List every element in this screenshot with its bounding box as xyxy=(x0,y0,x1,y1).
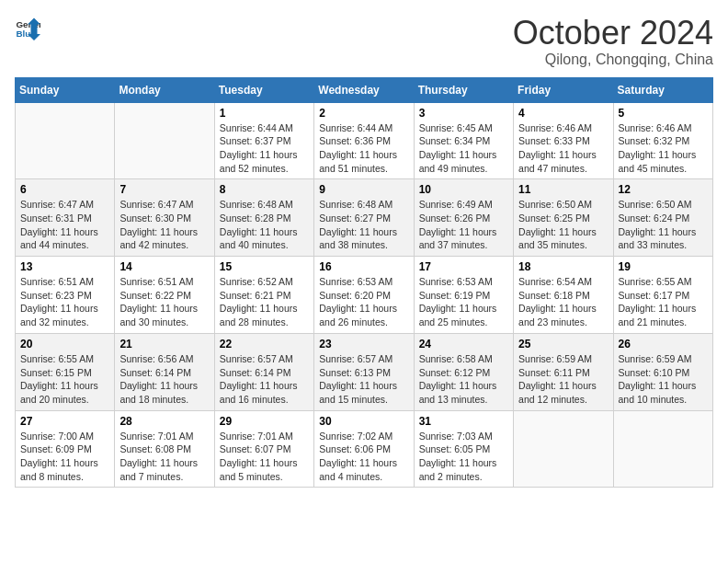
day-number: 7 xyxy=(119,183,209,196)
day-info: Sunrise: 6:57 AMSunset: 6:13 PMDaylight:… xyxy=(319,352,408,407)
day-info: Sunrise: 7:01 AMSunset: 6:07 PMDaylight:… xyxy=(220,430,309,484)
day-number: 11 xyxy=(518,183,608,196)
day-info: Sunrise: 6:52 AMSunset: 6:21 PMDaylight:… xyxy=(220,275,309,329)
day-info: Sunrise: 6:49 AMSunset: 6:26 PMDaylight:… xyxy=(419,198,508,252)
day-number: 4 xyxy=(518,107,608,120)
day-number: 31 xyxy=(419,415,508,428)
calendar-cell: 25Sunrise: 6:59 AMSunset: 6:11 PMDayligh… xyxy=(514,333,613,410)
day-info: Sunrise: 6:54 AMSunset: 6:18 PMDaylight:… xyxy=(518,275,608,329)
day-info: Sunrise: 6:48 AMSunset: 6:27 PMDaylight:… xyxy=(319,198,408,252)
day-info: Sunrise: 6:48 AMSunset: 6:28 PMDaylight:… xyxy=(220,198,309,252)
day-number: 8 xyxy=(220,183,309,196)
day-number: 24 xyxy=(419,338,508,350)
logo: General Blue xyxy=(15,15,40,40)
day-info: Sunrise: 6:58 AMSunset: 6:12 PMDaylight:… xyxy=(419,352,508,407)
calendar-cell xyxy=(514,410,613,488)
day-number: 15 xyxy=(220,260,309,273)
calendar-cell: 29Sunrise: 7:01 AMSunset: 6:07 PMDayligh… xyxy=(214,410,313,488)
calendar-cell: 18Sunrise: 6:54 AMSunset: 6:18 PMDayligh… xyxy=(514,257,613,334)
calendar-cell: 24Sunrise: 6:58 AMSunset: 6:12 PMDayligh… xyxy=(414,333,513,410)
day-number: 26 xyxy=(619,338,708,350)
title-block: October 2024 Qilong, Chongqing, China xyxy=(513,15,713,68)
calendar-cell: 14Sunrise: 6:51 AMSunset: 6:22 PMDayligh… xyxy=(115,257,214,334)
day-info: Sunrise: 6:50 AMSunset: 6:24 PMDaylight:… xyxy=(619,198,708,252)
day-info: Sunrise: 6:56 AMSunset: 6:14 PMDaylight:… xyxy=(119,352,209,407)
day-info: Sunrise: 6:51 AMSunset: 6:23 PMDaylight:… xyxy=(20,275,109,329)
day-info: Sunrise: 6:46 AMSunset: 6:33 PMDaylight:… xyxy=(518,121,608,176)
calendar-cell: 11Sunrise: 6:50 AMSunset: 6:25 PMDayligh… xyxy=(514,179,613,257)
calendar-cell: 28Sunrise: 7:01 AMSunset: 6:08 PMDayligh… xyxy=(115,410,214,488)
day-info: Sunrise: 6:46 AMSunset: 6:32 PMDaylight:… xyxy=(619,121,708,176)
calendar-cell: 27Sunrise: 7:00 AMSunset: 6:09 PMDayligh… xyxy=(16,410,115,488)
calendar-cell: 15Sunrise: 6:52 AMSunset: 6:21 PMDayligh… xyxy=(214,257,313,334)
calendar-cell: 1Sunrise: 6:44 AMSunset: 6:37 PMDaylight… xyxy=(214,102,313,179)
day-number: 6 xyxy=(20,183,109,196)
day-number: 1 xyxy=(220,107,309,120)
day-number: 14 xyxy=(119,260,209,273)
day-info: Sunrise: 7:02 AMSunset: 6:06 PMDaylight:… xyxy=(319,430,408,484)
day-number: 27 xyxy=(20,415,109,428)
day-info: Sunrise: 6:51 AMSunset: 6:22 PMDaylight:… xyxy=(119,275,209,329)
calendar-cell: 19Sunrise: 6:55 AMSunset: 6:17 PMDayligh… xyxy=(613,257,712,334)
day-number: 25 xyxy=(518,338,608,350)
calendar-cell: 30Sunrise: 7:02 AMSunset: 6:06 PMDayligh… xyxy=(314,410,414,488)
header-thursday: Thursday xyxy=(414,77,513,102)
calendar-header-row: Sunday Monday Tuesday Wednesday Thursday… xyxy=(16,77,713,102)
day-number: 28 xyxy=(119,415,209,428)
calendar-cell xyxy=(115,102,214,179)
calendar-cell: 23Sunrise: 6:57 AMSunset: 6:13 PMDayligh… xyxy=(314,333,414,410)
header-saturday: Saturday xyxy=(613,77,712,102)
location-title: Qilong, Chongqing, China xyxy=(513,52,713,68)
calendar-cell: 2Sunrise: 6:44 AMSunset: 6:36 PMDaylight… xyxy=(314,102,414,179)
calendar-cell: 6Sunrise: 6:47 AMSunset: 6:31 PMDaylight… xyxy=(16,179,115,257)
day-number: 13 xyxy=(20,260,109,273)
header-tuesday: Tuesday xyxy=(214,77,313,102)
calendar-cell: 5Sunrise: 6:46 AMSunset: 6:32 PMDaylight… xyxy=(613,102,712,179)
calendar-table: Sunday Monday Tuesday Wednesday Thursday… xyxy=(15,77,713,488)
calendar-cell: 31Sunrise: 7:03 AMSunset: 6:05 PMDayligh… xyxy=(414,410,513,488)
day-info: Sunrise: 6:47 AMSunset: 6:30 PMDaylight:… xyxy=(119,198,209,252)
day-info: Sunrise: 6:59 AMSunset: 6:10 PMDaylight:… xyxy=(619,352,708,407)
header-monday: Monday xyxy=(115,77,214,102)
page-header: General Blue October 2024 Qilong, Chongq… xyxy=(15,15,713,68)
day-number: 22 xyxy=(220,338,309,350)
calendar-cell: 3Sunrise: 6:45 AMSunset: 6:34 PMDaylight… xyxy=(414,102,513,179)
calendar-cell: 13Sunrise: 6:51 AMSunset: 6:23 PMDayligh… xyxy=(16,257,115,334)
calendar-week-1: 1Sunrise: 6:44 AMSunset: 6:37 PMDaylight… xyxy=(16,102,713,179)
calendar-cell: 26Sunrise: 6:59 AMSunset: 6:10 PMDayligh… xyxy=(613,333,712,410)
day-info: Sunrise: 6:55 AMSunset: 6:17 PMDaylight:… xyxy=(619,275,708,329)
calendar-cell: 16Sunrise: 6:53 AMSunset: 6:20 PMDayligh… xyxy=(314,257,414,334)
day-info: Sunrise: 7:03 AMSunset: 6:05 PMDaylight:… xyxy=(419,430,508,484)
calendar-week-3: 13Sunrise: 6:51 AMSunset: 6:23 PMDayligh… xyxy=(16,257,713,334)
calendar-cell: 12Sunrise: 6:50 AMSunset: 6:24 PMDayligh… xyxy=(613,179,712,257)
day-info: Sunrise: 7:01 AMSunset: 6:08 PMDaylight:… xyxy=(119,430,209,484)
calendar-cell: 4Sunrise: 6:46 AMSunset: 6:33 PMDaylight… xyxy=(514,102,613,179)
calendar-cell: 9Sunrise: 6:48 AMSunset: 6:27 PMDaylight… xyxy=(314,179,414,257)
day-number: 17 xyxy=(419,260,508,273)
calendar-cell: 10Sunrise: 6:49 AMSunset: 6:26 PMDayligh… xyxy=(414,179,513,257)
day-info: Sunrise: 6:53 AMSunset: 6:20 PMDaylight:… xyxy=(319,275,408,329)
day-number: 18 xyxy=(518,260,608,273)
day-number: 20 xyxy=(20,338,109,350)
day-info: Sunrise: 6:50 AMSunset: 6:25 PMDaylight:… xyxy=(518,198,608,252)
day-info: Sunrise: 6:47 AMSunset: 6:31 PMDaylight:… xyxy=(20,198,109,252)
header-friday: Friday xyxy=(514,77,613,102)
day-info: Sunrise: 6:55 AMSunset: 6:15 PMDaylight:… xyxy=(20,352,109,407)
calendar-cell: 7Sunrise: 6:47 AMSunset: 6:30 PMDaylight… xyxy=(115,179,214,257)
day-number: 29 xyxy=(220,415,309,428)
calendar-week-5: 27Sunrise: 7:00 AMSunset: 6:09 PMDayligh… xyxy=(16,410,713,488)
day-info: Sunrise: 6:53 AMSunset: 6:19 PMDaylight:… xyxy=(419,275,508,329)
calendar-cell: 20Sunrise: 6:55 AMSunset: 6:15 PMDayligh… xyxy=(16,333,115,410)
day-number: 23 xyxy=(319,338,408,350)
calendar-cell: 21Sunrise: 6:56 AMSunset: 6:14 PMDayligh… xyxy=(115,333,214,410)
calendar-cell xyxy=(613,410,712,488)
day-info: Sunrise: 6:59 AMSunset: 6:11 PMDaylight:… xyxy=(518,352,608,407)
day-number: 3 xyxy=(419,107,508,120)
calendar-week-4: 20Sunrise: 6:55 AMSunset: 6:15 PMDayligh… xyxy=(16,333,713,410)
day-number: 2 xyxy=(319,107,408,120)
day-info: Sunrise: 7:00 AMSunset: 6:09 PMDaylight:… xyxy=(20,430,109,484)
day-info: Sunrise: 6:57 AMSunset: 6:14 PMDaylight:… xyxy=(220,352,309,407)
calendar-cell: 8Sunrise: 6:48 AMSunset: 6:28 PMDaylight… xyxy=(214,179,313,257)
day-info: Sunrise: 6:45 AMSunset: 6:34 PMDaylight:… xyxy=(419,121,508,176)
day-info: Sunrise: 6:44 AMSunset: 6:36 PMDaylight:… xyxy=(319,121,408,176)
